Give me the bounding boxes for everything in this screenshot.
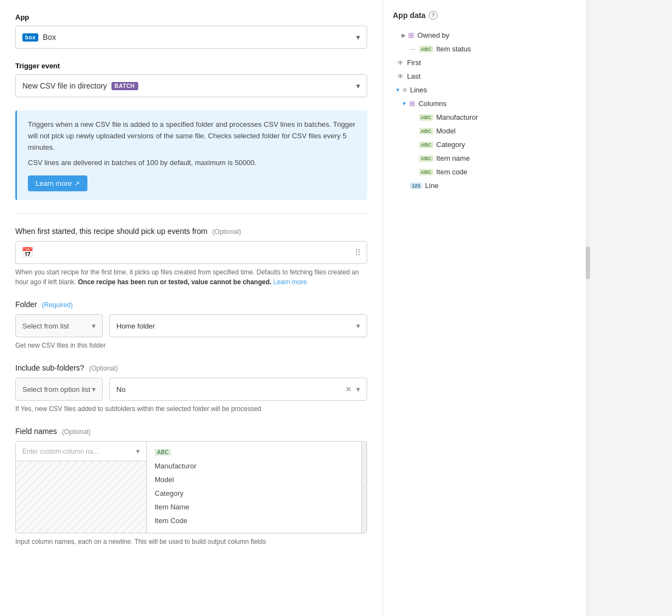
tree-category[interactable]: ABC Category [393, 138, 580, 151]
clear-icon[interactable]: ✕ [345, 385, 352, 394]
folder-value: Home folder [116, 322, 356, 330]
trigger-event-label: Trigger event [15, 62, 367, 70]
folder-required: (Required) [42, 301, 73, 309]
field-row-4: Item Code [155, 514, 353, 527]
abc-item-code-icon: ABC [419, 169, 433, 175]
tree-last[interactable]: 👁 Last [393, 69, 580, 83]
subfolders-option-label: Select from option list [22, 385, 92, 394]
subfolders-selects: Select from option list ▾ No ✕ ▾ [15, 378, 367, 401]
subfolders-hint: If Yes, new CSV files added to subfolder… [15, 404, 367, 414]
box-logo: box [22, 33, 38, 42]
tree-line[interactable]: 123 Line [393, 179, 580, 192]
tree-item-status[interactable]: — ABC Item status [393, 42, 580, 56]
app-data-title: App data ? [393, 11, 580, 20]
subfolders-value-select[interactable]: No ✕ ▾ [109, 378, 367, 401]
tree-label-manufacturor: Manufacturor [437, 113, 479, 121]
subfolders-option-select[interactable]: Select from option list ▾ [15, 378, 103, 401]
folder-value-chevron: ▾ [356, 321, 360, 330]
subfolders-chevron: ▾ [356, 385, 360, 394]
trigger-chevron: ▾ [356, 81, 360, 90]
abc-manufacturor-icon: ABC [419, 114, 433, 121]
abc-model-icon: ABC [419, 128, 433, 134]
field-names-left-panel: Enter custom column na... ▾ [16, 442, 147, 533]
chevron-lines-icon: ▼ [395, 87, 400, 93]
grid-icon: ⊞ [408, 31, 414, 39]
grid-columns-icon: ⊞ [409, 99, 415, 108]
field-names-hint: Input column names, each on a newline. T… [15, 537, 367, 547]
scrollbar-track [586, 0, 590, 616]
folder-selects: Select from list ▾ Home folder ▾ [15, 314, 367, 337]
app-label: App [15, 13, 367, 21]
tree-lines[interactable]: ▼ ≡ Lines [393, 83, 580, 97]
tree-label-line: Line [425, 181, 439, 190]
abc-category-icon: ABC [419, 142, 433, 148]
resize-handle[interactable]: ⋮ [361, 442, 367, 533]
app-value: Box [43, 33, 56, 42]
tree-label-item-code: Item code [437, 168, 468, 176]
folder-label: Folder (Required) [15, 300, 367, 309]
tree-label-item-name: Item name [437, 154, 470, 162]
field-names-chevron: ▾ [136, 447, 140, 455]
tree-label-item-status: Item status [437, 45, 471, 53]
batch-badge: BATCH [111, 82, 138, 90]
learn-more-button[interactable]: Learn more ↗ [28, 175, 87, 191]
folder-list-chevron: ▾ [92, 321, 96, 330]
app-select[interactable]: box Box ▾ [15, 26, 367, 49]
trigger-event-select[interactable]: New CSV file in directory BATCH ▾ [15, 74, 367, 97]
field-names-placeholder: Enter custom column na... [22, 448, 98, 455]
app-chevron: ▾ [356, 33, 360, 42]
subfolders-optional: (Optional) [89, 365, 118, 372]
123-line-icon: 123 [410, 183, 422, 189]
subfolders-option-chevron: ▾ [92, 385, 96, 394]
tree-model[interactable]: ABC Model [393, 124, 580, 138]
info-line2: CSV lines are delivered in batches of 10… [28, 157, 356, 169]
tree-label-model: Model [437, 127, 456, 135]
tree-columns[interactable]: ▼ ⊞ Columns [393, 97, 580, 110]
tree-label-first: First [407, 58, 421, 67]
trigger-event-value: New CSV file in directory [22, 81, 107, 90]
eye-icon-last: 👁 [397, 73, 404, 80]
abc-icon: ABC [419, 46, 433, 52]
folder-hint: Get new CSV files in this folder [15, 341, 367, 350]
field-names-right-panel: ABC Manufacturor Model Category Item Nam… [147, 442, 361, 533]
tree-manufacturor[interactable]: ABC Manufacturor [393, 110, 580, 124]
when-first-hint: When you start recipe for the first time… [15, 267, 367, 287]
help-icon[interactable]: ? [429, 11, 438, 20]
folder-value-select[interactable]: Home folder ▾ [109, 314, 367, 337]
tree-owned-by[interactable]: ▶ ⊞ Owned by [393, 28, 580, 42]
chevron-icon: ▶ [402, 32, 406, 38]
info-box: Triggers when a new CSV file is added to… [15, 110, 367, 200]
tree-first[interactable]: 👁 First [393, 56, 580, 69]
abc-badge: ABC [155, 449, 171, 456]
eye-icon-first: 👁 [397, 59, 404, 67]
tree-label-columns: Columns [418, 99, 446, 108]
subfolders-value: No [116, 385, 345, 394]
external-link-icon: ↗ [74, 180, 80, 187]
field-names-optional: (Optional) [62, 428, 91, 436]
folder-list-label: Select from list [22, 322, 92, 330]
chevron-columns-icon: ▼ [402, 101, 407, 107]
field-row-2: Category [155, 486, 353, 500]
tree-label-category: Category [437, 140, 465, 149]
app-data-panel: App data ? ▶ ⊞ Owned by — ABC Item statu… [382, 0, 590, 616]
learn-more-link[interactable]: Learn more [273, 278, 306, 286]
scrollbar-thumb[interactable] [586, 247, 590, 279]
date-picker[interactable]: 📅 ⠿ [15, 241, 367, 264]
field-names-header[interactable]: Enter custom column na... ▾ [16, 442, 146, 461]
field-names-label: Field names (Optional) [15, 427, 367, 436]
subfolders-label: Include sub-folders? (Optional) [15, 363, 367, 372]
tree-label-owned-by: Owned by [417, 31, 450, 39]
abc-item-name-icon: ABC [419, 155, 433, 162]
field-row-3: Item Name [155, 500, 353, 514]
calendar-icon: 📅 [21, 247, 33, 259]
lines-icon: ≡ [403, 86, 407, 94]
tree-item-name[interactable]: ABC Item name [393, 151, 580, 165]
field-row-0: Manufacturor [155, 459, 353, 473]
info-line1: Triggers when a new CSV file is added to… [28, 119, 356, 153]
field-row-1: Model [155, 473, 353, 486]
tree-label-last: Last [407, 72, 421, 80]
tree-item-code[interactable]: ABC Item code [393, 165, 580, 179]
grid-dots-icon[interactable]: ⠿ [355, 248, 361, 258]
when-first-started-label: When first started, this recipe should p… [15, 227, 367, 236]
folder-list-select[interactable]: Select from list ▾ [15, 314, 103, 337]
